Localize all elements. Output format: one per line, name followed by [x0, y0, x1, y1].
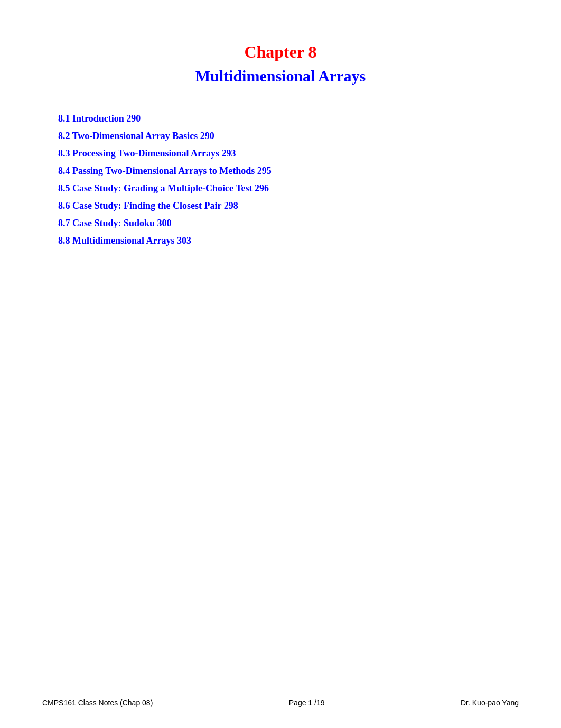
chapter-label: Chapter 8: [42, 42, 519, 62]
table-of-contents: 8.1 Introduction 290 8.2 Two-Dimensional…: [58, 112, 519, 248]
toc-item-8[interactable]: 8.8 Multidimensional Arrays 303: [58, 234, 519, 248]
toc-item-7[interactable]: 8.7 Case Study: Sudoku 300: [58, 216, 519, 231]
toc-item-3[interactable]: 8.3 Processing Two-Dimensional Arrays 29…: [58, 146, 519, 161]
footer-left: CMPS161 Class Notes (Chap 08): [42, 698, 153, 707]
toc-item-6[interactable]: 8.6 Case Study: Finding the Closest Pair…: [58, 199, 519, 213]
footer: CMPS161 Class Notes (Chap 08) Page 1 /19…: [42, 698, 519, 707]
toc-item-5[interactable]: 8.5 Case Study: Grading a Multiple-Choic…: [58, 181, 519, 196]
chapter-title: Multidimensional Arrays: [42, 67, 519, 85]
toc-item-2[interactable]: 8.2 Two-Dimensional Array Basics 290: [58, 129, 519, 143]
toc-item-4[interactable]: 8.4 Passing Two-Dimensional Arrays to Me…: [58, 164, 519, 178]
toc-item-1[interactable]: 8.1 Introduction 290: [58, 112, 519, 126]
footer-center: Page 1 /19: [289, 698, 325, 707]
page: Chapter 8 Multidimensional Arrays 8.1 In…: [0, 0, 561, 728]
footer-right: Dr. Kuo-pao Yang: [461, 698, 519, 707]
